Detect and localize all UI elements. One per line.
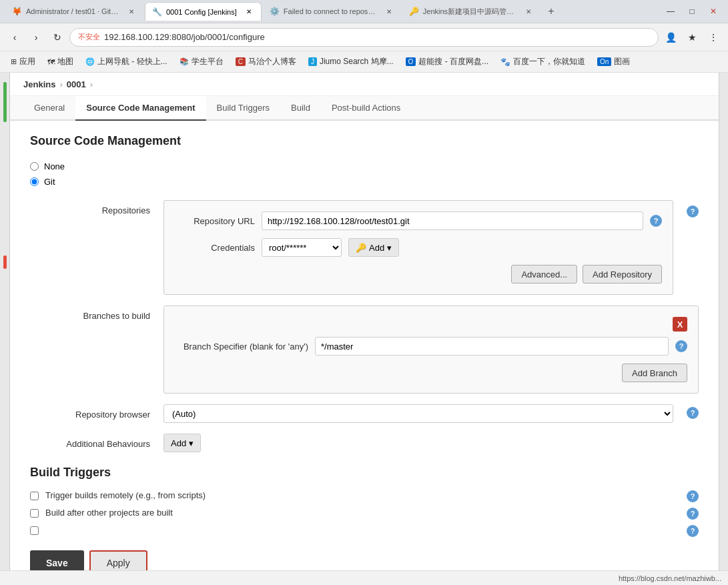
repo-url-row: Repository URL ?	[175, 211, 662, 230]
repo-browser-help-icon[interactable]: ?	[687, 407, 699, 419]
repositories-content: Repository URL ? Credentials root/******	[163, 200, 673, 295]
trigger-2-help-icon[interactable]: ?	[687, 508, 699, 520]
save-button[interactable]: Save	[30, 550, 84, 570]
tab-3-label: Failed to connect to reposito...	[284, 7, 377, 15]
repo-browser-select[interactable]: (Auto)	[163, 404, 673, 423]
bookmark-student[interactable]: 📚 学生平台	[174, 55, 229, 69]
action-bar: Save Apply	[30, 550, 699, 570]
tab-4-close[interactable]: ✕	[523, 6, 534, 17]
delete-row: X	[175, 317, 687, 332]
bookmark-baidu[interactable]: 🐾 百度一下，你就知道	[495, 55, 591, 69]
bookmark-nav-label: 上网导航 - 轻快上...	[97, 56, 167, 67]
branches-section: Branches to build X Branch Specifier (bl…	[30, 306, 699, 394]
key-icon: 🔑	[356, 243, 366, 253]
tab-general[interactable]: General	[23, 96, 75, 121]
back-button[interactable]: ‹	[5, 28, 24, 47]
address-bar[interactable]: 不安全 192.168.100.129:8080/job/0001/config…	[69, 28, 659, 47]
trigger-checkbox-3[interactable]	[30, 526, 39, 535]
bookmark-student-label: 学生平台	[192, 56, 224, 67]
repositories-help-icon[interactable]: ?	[687, 205, 699, 217]
status-bar: https://blog.csdn.net/mazhiwb...	[0, 570, 728, 585]
trigger-1-help-icon[interactable]: ?	[687, 490, 699, 502]
breadcrumb: Jenkins › 0001 ›	[10, 73, 719, 96]
trigger-checkbox-2[interactable]	[30, 509, 39, 518]
additional-behaviours-content: Add ▾	[163, 434, 699, 452]
additional-add-arrow: ▾	[189, 438, 194, 448]
profile-button[interactable]: 👤	[661, 28, 680, 47]
branches-content: X Branch Specifier (blank for 'any') ? A…	[163, 306, 699, 394]
repo-browser-section: Repository browser (Auto) ?	[30, 404, 699, 423]
branches-label: Branches to build	[30, 306, 150, 394]
nav-bar: ‹ › ↻ 不安全 192.168.100.129:8080/job/0001/…	[0, 23, 728, 51]
jiumo-icon: J	[308, 57, 317, 66]
tab-1-icon: 🦊	[12, 7, 22, 16]
tab-build-triggers[interactable]: Build Triggers	[206, 96, 280, 121]
reload-button[interactable]: ↻	[48, 28, 67, 47]
tab-2-close[interactable]: ✕	[244, 7, 254, 17]
maximize-button[interactable]: □	[683, 2, 701, 21]
blog-icon: C	[236, 57, 246, 66]
trigger-checkbox-1[interactable]	[30, 492, 39, 500]
radio-none-input[interactable]	[30, 162, 39, 171]
branch-specifier-help-icon[interactable]: ?	[675, 340, 687, 352]
new-tab-button[interactable]: +	[542, 2, 561, 21]
trigger-3-help-icon[interactable]: ?	[687, 525, 699, 537]
trigger-row-2: Build after other projects are built ?	[30, 508, 699, 520]
tab-post-build[interactable]: Post-build Actions	[321, 96, 411, 121]
breadcrumb-0001[interactable]: 0001	[67, 79, 86, 89]
advanced-button[interactable]: Advanced...	[511, 265, 577, 283]
bookmark-jiumo-label: Jiumo Search 鸠摩...	[320, 56, 394, 67]
map-icon: 🗺	[47, 58, 55, 66]
bookmark-baidu-label: 百度一下，你就知道	[513, 56, 585, 67]
radio-git[interactable]: Git	[30, 177, 699, 187]
apply-button[interactable]: Apply	[89, 550, 147, 570]
tab-build[interactable]: Build	[280, 96, 321, 121]
tab-2-icon: 🔧	[152, 7, 162, 17]
tab-source-code[interactable]: Source Code Management	[75, 96, 206, 121]
status-url: https://blog.csdn.net/mazhiwb...	[619, 574, 721, 582]
bookmark-chaonengsou[interactable]: O 超能搜 - 百度网盘...	[400, 55, 494, 69]
bookmark-apps[interactable]: ⊞ 应用	[5, 55, 41, 69]
bookmark-blog[interactable]: C 马治个人博客	[230, 55, 302, 69]
browser-frame: 🦊 Administrator / test01 · GitL... ✕ 🔧 0…	[0, 0, 728, 585]
bookmark-star-button[interactable]: ★	[683, 28, 701, 47]
repo-btn-row: Advanced... Add Repository	[175, 265, 662, 283]
tab-navigation: General Source Code Management Build Tri…	[10, 96, 719, 121]
tab-2[interactable]: 🔧 0001 Config [Jenkins] ✕	[145, 2, 262, 21]
student-icon: 📚	[179, 57, 189, 66]
bookmark-on[interactable]: On 图画	[592, 55, 635, 69]
repositories-label: Repositories	[30, 200, 150, 295]
settings-button[interactable]: ⋮	[704, 28, 723, 47]
credentials-select[interactable]: root/******	[262, 238, 342, 257]
add-branch-button[interactable]: Add Branch	[622, 364, 687, 382]
repo-url-help-icon[interactable]: ?	[650, 215, 662, 227]
repo-browser-label: Repository browser	[30, 404, 150, 423]
add-repository-button[interactable]: Add Repository	[583, 265, 662, 283]
branch-specifier-input[interactable]	[315, 337, 669, 356]
section-title: Source Code Management	[30, 134, 699, 148]
tab-1[interactable]: 🦊 Administrator / test01 · GitL... ✕	[5, 2, 143, 21]
bookmark-jiumo[interactable]: J Jiumo Search 鸠摩...	[303, 55, 399, 69]
breadcrumb-jenkins[interactable]: Jenkins	[23, 79, 55, 89]
additional-add-button[interactable]: Add ▾	[163, 434, 201, 452]
forward-button[interactable]: ›	[27, 28, 45, 47]
credentials-add-button[interactable]: 🔑 Add ▾	[348, 238, 399, 257]
bookmark-map[interactable]: 🗺 地图	[42, 55, 79, 69]
minimize-button[interactable]: —	[661, 2, 680, 21]
repo-url-input[interactable]	[262, 211, 643, 230]
tab-3[interactable]: ⚙️ Failed to connect to reposito... ✕	[263, 2, 401, 21]
radio-none[interactable]: None	[30, 161, 699, 171]
radio-git-label: Git	[44, 177, 55, 187]
bookmark-nav[interactable]: 🌐 上网导航 - 轻快上...	[80, 55, 173, 69]
credentials-row: Credentials root/****** 🔑 Add ▾	[175, 238, 662, 257]
tab-3-close[interactable]: ✕	[384, 6, 394, 17]
green-band	[3, 82, 7, 122]
breadcrumb-sep-1: ›	[59, 79, 62, 89]
close-button[interactable]: ✕	[704, 2, 723, 21]
tab-4[interactable]: 🔑 Jenkins新建项目中源码管理R... ✕	[402, 2, 540, 21]
tab-1-close[interactable]: ✕	[126, 6, 137, 17]
delete-branch-button[interactable]: X	[673, 317, 687, 332]
radio-git-input[interactable]	[30, 177, 39, 186]
credentials-label: Credentials	[175, 243, 255, 253]
page-content: Source Code Management None Git Reposito…	[10, 121, 719, 570]
